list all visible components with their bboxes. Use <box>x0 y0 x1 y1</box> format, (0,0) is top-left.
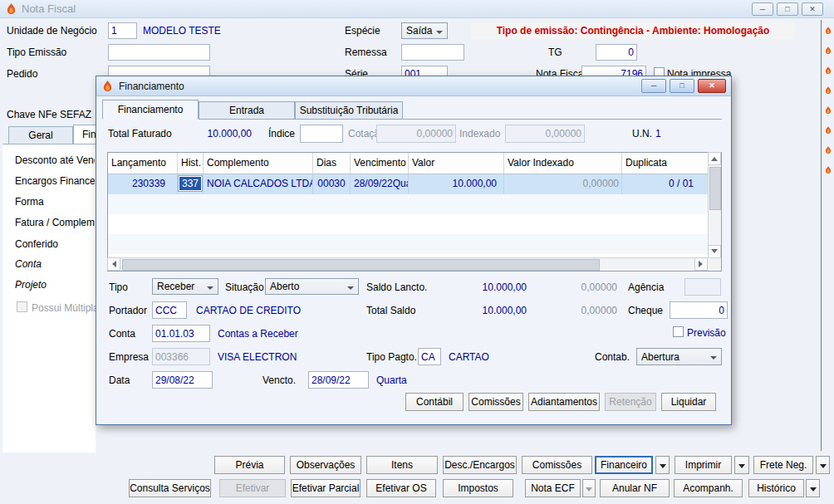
emission-warning-text: Tipo de emissão: Contingência - Ambiente… <box>497 25 770 37</box>
dialog-close-button[interactable]: ✕ <box>698 79 726 93</box>
dialog-minimize-button[interactable]: ─ <box>641 79 666 93</box>
dock-tab-flame-icon[interactable] <box>824 125 832 137</box>
column-header-valor[interactable]: Valor <box>409 153 504 174</box>
itens-button[interactable]: Itens <box>366 456 438 474</box>
dock-tab-flame-icon[interactable] <box>824 26 832 37</box>
cheque-input[interactable] <box>670 301 728 319</box>
acompanh-button[interactable]: Acompanh. <box>674 479 743 497</box>
column-header-valor-indexado[interactable]: Valor Indexado <box>504 153 622 174</box>
empresa-desc: VISA ELECTRON <box>218 351 297 363</box>
dock-tab-flame-icon[interactable] <box>824 105 832 117</box>
impostos-button[interactable]: Impostos <box>443 479 513 497</box>
table-row-empty[interactable] <box>108 214 721 234</box>
column-header-hist[interactable]: Hist. <box>178 153 204 174</box>
sidebar-item-desconto[interactable]: Desconto até Venc <box>15 154 95 166</box>
column-header-duplicata[interactable]: Duplicata <box>622 153 709 174</box>
column-header-lancamento[interactable]: Lançamento <box>108 153 178 174</box>
scroll-up-button[interactable] <box>708 152 721 165</box>
cell-vencimento: 28/09/22 Qua <box>351 174 409 194</box>
comissoes-button[interactable]: Comissões <box>469 393 523 411</box>
comissoes-footer-button[interactable]: Comissões <box>522 456 592 474</box>
tab-substituicao-tributaria[interactable]: Substituição Tributária <box>295 101 403 119</box>
contabil-button[interactable]: Contábil <box>405 393 464 411</box>
frete-neg-dropdown-arrow[interactable] <box>816 456 830 474</box>
close-button[interactable]: ✕ <box>802 2 823 16</box>
dock-tab-flame-icon[interactable] <box>824 145 832 157</box>
hist-edit-cell[interactable]: 337 <box>179 176 202 191</box>
efetivar-os-button[interactable]: Efetivar OS <box>366 479 436 497</box>
portador-input[interactable] <box>152 301 187 319</box>
dock-tab-flame-icon[interactable] <box>824 66 832 77</box>
contab-value: Abertura <box>641 351 679 363</box>
table-row-selected[interactable]: 230339 337 NOIA CALCADOS LTDA 00030 28/0… <box>108 174 721 194</box>
desc-encargos-button[interactable]: Desc./Encargos <box>443 456 517 474</box>
maximize-button[interactable]: □ <box>777 2 798 16</box>
minimize-button[interactable]: ─ <box>752 2 773 16</box>
total-saldo-label: Total Saldo <box>366 305 415 316</box>
tipo-emissao-input[interactable] <box>108 44 210 61</box>
window-title: Nota Fiscal <box>22 2 76 15</box>
possui-multipla-checkbox <box>17 301 27 312</box>
previsao-checkbox[interactable] <box>673 326 684 337</box>
tab-entrada[interactable]: Entrada <box>199 101 295 119</box>
vencto-input[interactable] <box>308 371 369 389</box>
triangle-down-icon <box>738 464 745 472</box>
conta-input[interactable] <box>152 325 210 342</box>
tab-geral[interactable]: Geral <box>8 126 73 144</box>
scroll-left-button[interactable] <box>107 257 120 271</box>
dock-tab-flame-icon[interactable] <box>824 86 832 97</box>
situacao-dropdown[interactable]: Aberto <box>265 278 359 295</box>
previsao-label: Previsão <box>687 327 726 339</box>
saldo-lancto-indexado: 0,00000 <box>551 281 617 293</box>
sidebar-item-projeto[interactable]: Projeto <box>15 279 95 291</box>
unidade-negocio-input[interactable] <box>108 22 137 39</box>
anular-nf-button[interactable]: Anular NF <box>600 479 670 497</box>
nota-ecf-button[interactable]: Nota ECF <box>525 479 581 497</box>
especie-dropdown[interactable]: Saída <box>401 22 448 39</box>
sidebar-item-encargos[interactable]: Encargos Financei <box>15 175 95 187</box>
tipo-dropdown[interactable]: Receber <box>152 278 218 295</box>
tab-financiamento[interactable]: Financiamento <box>102 100 199 120</box>
financeiro-button[interactable]: Financeiro <box>595 456 653 474</box>
liquidar-button[interactable]: Liquidar <box>661 393 716 411</box>
sidebar-item-forma[interactable]: Forma <box>15 196 95 208</box>
sidebar-item-conta[interactable]: Conta <box>15 258 95 270</box>
tg-input[interactable] <box>596 44 637 61</box>
indice-input[interactable] <box>300 125 343 143</box>
triangle-down-icon <box>660 464 666 472</box>
tipo-label: Tipo <box>109 281 128 293</box>
consulta-servicos-button[interactable]: Consulta Serviços <box>129 479 211 497</box>
frete-neg-button[interactable]: Frete Neg. <box>753 456 813 474</box>
horizontal-scroll-thumb[interactable] <box>122 259 600 271</box>
previa-button[interactable]: Prévia <box>214 456 285 474</box>
historico-button[interactable]: Histórico <box>748 479 804 497</box>
imprimir-button[interactable]: Imprimir <box>675 456 732 474</box>
data-input[interactable] <box>152 371 213 389</box>
financeiro-dropdown-arrow[interactable] <box>655 456 670 474</box>
dialog-maximize-button[interactable]: □ <box>670 79 694 93</box>
column-header-dias[interactable]: Dias <box>313 153 351 174</box>
scroll-down-button[interactable] <box>708 245 721 258</box>
sidebar-item-conferido[interactable]: Conferido <box>15 238 95 250</box>
column-header-vencimento-orig[interactable]: Vencimento Orig. <box>351 153 409 174</box>
indice-label: Índice <box>268 128 295 139</box>
triangle-up-icon <box>711 154 718 161</box>
dock-tab-flame-icon[interactable] <box>824 165 832 177</box>
observacoes-button[interactable]: Observações <box>290 456 361 474</box>
imprimir-dropdown-arrow[interactable] <box>734 456 749 474</box>
historico-dropdown-arrow[interactable] <box>806 479 820 497</box>
scroll-right-button[interactable] <box>694 257 708 271</box>
efetivar-parcial-button[interactable]: Efetivar Parcial <box>291 479 361 497</box>
tipo-pagto-input[interactable] <box>418 348 441 365</box>
adiantamentos-button[interactable]: Adiantamentos <box>528 393 600 411</box>
sidebar-item-fatura[interactable]: Fatura / Complem <box>15 217 95 228</box>
remessa-input[interactable] <box>401 44 464 61</box>
possui-multipla-label: Possui Múltipla <box>32 302 99 314</box>
data-label: Data <box>109 374 130 386</box>
dock-tab-flame-icon[interactable] <box>824 46 832 57</box>
vertical-scroll-thumb[interactable] <box>709 167 721 210</box>
table-row-empty[interactable] <box>108 234 721 254</box>
contab-dropdown[interactable]: Abertura <box>636 348 722 365</box>
column-header-complemento[interactable]: Complemento <box>204 153 313 174</box>
table-row-empty[interactable] <box>108 194 721 214</box>
